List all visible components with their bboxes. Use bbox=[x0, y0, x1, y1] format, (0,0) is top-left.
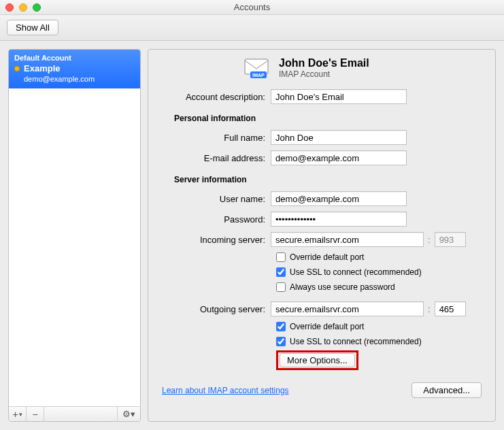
footer-spacer bbox=[44, 407, 117, 421]
window-controls bbox=[5, 3, 41, 12]
remove-account-button[interactable]: − bbox=[27, 407, 44, 421]
outgoing-override-row: Override default port bbox=[276, 319, 482, 334]
full-name-label: Full name: bbox=[162, 133, 271, 143]
titlebar: Accounts bbox=[0, 0, 504, 15]
sidebar-empty-area bbox=[9, 88, 140, 406]
minimize-window-button[interactable] bbox=[19, 3, 27, 12]
user-name-input[interactable] bbox=[271, 191, 407, 206]
zoom-window-button[interactable] bbox=[33, 3, 41, 12]
show-all-button[interactable]: Show All bbox=[7, 20, 58, 35]
user-name-row: User name: bbox=[162, 188, 482, 209]
panel-header: IMAP John Doe's Email IMAP Account bbox=[243, 56, 482, 80]
incoming-ssl-checkbox[interactable] bbox=[276, 267, 286, 277]
account-name: Example bbox=[24, 63, 60, 73]
server-info-heading: Server information bbox=[174, 175, 482, 184]
svg-text:IMAP: IMAP bbox=[252, 73, 265, 78]
email-label: E-mail address: bbox=[162, 153, 271, 163]
incoming-override-checkbox[interactable] bbox=[276, 252, 286, 262]
content-area: Default Account Example demo@example.com… bbox=[0, 41, 504, 430]
incoming-server-row: Incoming server: : bbox=[162, 229, 482, 250]
panel-subtitle: IMAP Account bbox=[279, 69, 369, 79]
incoming-port-input[interactable] bbox=[435, 232, 466, 247]
incoming-server-label: Incoming server: bbox=[162, 235, 271, 245]
password-label: Password: bbox=[162, 214, 271, 225]
email-row: E-mail address: bbox=[162, 148, 482, 168]
account-description-row: Account description: bbox=[162, 86, 482, 107]
outgoing-server-row: Outgoing server: : bbox=[162, 299, 482, 319]
status-dot-icon bbox=[14, 66, 20, 71]
panel-title: John Doe's Email bbox=[279, 57, 369, 69]
panel-footer: Learn about IMAP account settings Advanc… bbox=[162, 382, 482, 398]
default-account-label: Default Account bbox=[14, 54, 135, 62]
toolbar: Show All bbox=[0, 15, 504, 41]
outgoing-ssl-checkbox[interactable] bbox=[276, 337, 286, 346]
user-name-label: User name: bbox=[162, 194, 271, 204]
port-separator-out: : bbox=[428, 304, 431, 314]
outgoing-ssl-label: Use SSL to connect (recommended) bbox=[290, 337, 422, 346]
outgoing-ssl-row: Use SSL to connect (recommended) bbox=[276, 334, 482, 349]
more-options-highlight: More Options... bbox=[276, 350, 358, 370]
email-input[interactable] bbox=[271, 150, 407, 165]
incoming-override-label: Override default port bbox=[290, 252, 364, 262]
outgoing-server-label: Outgoing server: bbox=[162, 304, 271, 314]
incoming-override-row: Override default port bbox=[276, 250, 482, 265]
account-settings-panel: IMAP John Doe's Email IMAP Account Accou… bbox=[148, 49, 496, 422]
account-description-input[interactable] bbox=[271, 89, 407, 104]
add-account-button[interactable]: +▾ bbox=[9, 407, 27, 421]
account-name-row: Example bbox=[14, 63, 135, 73]
outgoing-override-checkbox[interactable] bbox=[276, 322, 286, 331]
learn-imap-link[interactable]: Learn about IMAP account settings bbox=[162, 386, 289, 395]
advanced-button[interactable]: Advanced... bbox=[411, 382, 482, 398]
window-title: Accounts bbox=[0, 2, 504, 12]
sidebar-footer: +▾ − ⚙▾ bbox=[9, 406, 140, 421]
outgoing-server-input[interactable] bbox=[271, 301, 424, 316]
more-options-button[interactable]: More Options... bbox=[280, 353, 355, 367]
incoming-securepw-checkbox[interactable] bbox=[276, 282, 286, 292]
incoming-ssl-row: Use SSL to connect (recommended) bbox=[276, 265, 482, 280]
envelope-imap-icon: IMAP bbox=[243, 56, 271, 80]
outgoing-override-label: Override default port bbox=[290, 322, 364, 331]
incoming-server-input[interactable] bbox=[271, 232, 424, 247]
account-email: demo@example.com bbox=[24, 75, 135, 83]
header-text: John Doe's Email IMAP Account bbox=[279, 57, 369, 79]
password-input[interactable] bbox=[271, 212, 407, 227]
full-name-input[interactable] bbox=[271, 130, 407, 145]
account-description-label: Account description: bbox=[162, 92, 271, 102]
account-options-button[interactable]: ⚙▾ bbox=[117, 407, 140, 421]
incoming-securepw-label: Always use secure password bbox=[290, 282, 395, 292]
port-separator: : bbox=[428, 235, 431, 245]
incoming-securepw-row: Always use secure password bbox=[276, 280, 482, 295]
full-name-row: Full name: bbox=[162, 127, 482, 148]
account-list-item[interactable]: Default Account Example demo@example.com bbox=[9, 50, 140, 88]
accounts-sidebar: Default Account Example demo@example.com… bbox=[8, 49, 141, 422]
close-window-button[interactable] bbox=[5, 3, 14, 12]
outgoing-port-input[interactable] bbox=[435, 301, 466, 316]
personal-info-heading: Personal information bbox=[174, 114, 482, 123]
incoming-ssl-label: Use SSL to connect (recommended) bbox=[290, 267, 422, 277]
password-row: Password: bbox=[162, 209, 482, 229]
